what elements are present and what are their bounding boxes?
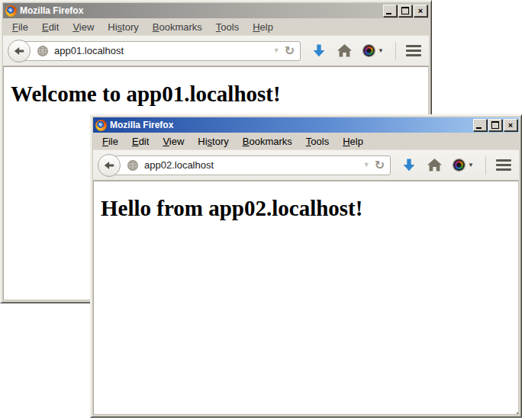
close-icon: × xyxy=(418,7,423,14)
menu-hamburger-button[interactable] xyxy=(406,45,421,56)
reload-icon[interactable]: ↻ xyxy=(285,45,295,57)
resize-grip[interactable] xyxy=(513,409,515,411)
url-bar[interactable]: ▼ ↻ xyxy=(114,155,391,175)
close-button[interactable]: × xyxy=(504,119,517,131)
menu-file[interactable]: File xyxy=(6,20,34,34)
url-input[interactable] xyxy=(144,159,360,171)
page-heading: Welcome to app01.localhost! xyxy=(11,82,428,107)
menu-bookmarks[interactable]: Bookmarks xyxy=(147,20,208,34)
url-input[interactable] xyxy=(54,45,270,56)
back-arrow-icon xyxy=(13,45,25,57)
toolbar-separator xyxy=(485,156,486,175)
firefox-icon xyxy=(5,5,17,17)
addon-lens-icon xyxy=(453,159,465,171)
menu-bar: File Edit View History Bookmarks Tools H… xyxy=(93,133,519,149)
home-icon xyxy=(337,44,352,57)
addon-button[interactable]: ▼ xyxy=(363,45,384,56)
addon-lens-icon xyxy=(363,45,375,56)
url-bar[interactable]: ▼ ↻ xyxy=(24,41,301,61)
home-icon xyxy=(427,159,442,172)
menu-history[interactable]: History xyxy=(101,20,144,34)
addon-caret-icon: ▼ xyxy=(468,162,474,168)
hamburger-icon xyxy=(406,45,421,47)
close-icon: × xyxy=(508,121,513,129)
urlbar-dropdown-icon[interactable]: ▼ xyxy=(363,162,370,168)
reload-icon[interactable]: ↻ xyxy=(375,159,385,172)
download-arrow-icon xyxy=(402,158,416,172)
hamburger-icon xyxy=(496,159,511,162)
download-button[interactable] xyxy=(402,158,416,172)
menu-edit[interactable]: Edit xyxy=(36,20,65,34)
back-arrow-icon xyxy=(103,159,115,172)
menu-bar: File Edit View History Bookmarks Tools H… xyxy=(3,18,429,35)
addon-caret-icon: ▼ xyxy=(378,47,384,54)
minimize-icon xyxy=(476,127,482,129)
globe-icon[interactable] xyxy=(127,159,139,172)
title-bar[interactable]: Mozilla Firefox × xyxy=(93,117,519,133)
back-button[interactable] xyxy=(8,40,31,63)
menu-edit[interactable]: Edit xyxy=(126,134,155,149)
menu-bookmarks[interactable]: Bookmarks xyxy=(237,134,298,149)
menu-history[interactable]: History xyxy=(192,134,234,149)
firefox-icon xyxy=(95,120,107,131)
title-bar[interactable]: Mozilla Firefox × xyxy=(3,3,429,18)
menu-view[interactable]: View xyxy=(66,20,100,34)
home-button[interactable] xyxy=(337,44,352,57)
menu-file[interactable]: File xyxy=(96,134,124,149)
maximize-icon xyxy=(401,7,409,14)
navigation-toolbar: ▼ ↻ ▼ xyxy=(3,35,429,66)
browser-window-app02[interactable]: Mozilla Firefox × File Edit View History… xyxy=(90,114,522,418)
maximize-button[interactable] xyxy=(488,119,502,131)
maximize-icon xyxy=(491,121,499,129)
menu-tools[interactable]: Tools xyxy=(300,134,335,149)
page-heading: Hello from app02.localhost! xyxy=(101,196,518,221)
home-button[interactable] xyxy=(427,159,442,172)
download-arrow-icon xyxy=(312,43,326,58)
toolbar-separator xyxy=(395,42,396,60)
menu-help[interactable]: Help xyxy=(246,20,279,34)
window-title: Mozilla Firefox xyxy=(110,120,173,130)
menu-help[interactable]: Help xyxy=(337,134,369,149)
window-controls: × xyxy=(383,5,427,17)
maximize-button[interactable] xyxy=(398,5,412,17)
menu-view[interactable]: View xyxy=(156,134,190,149)
window-title: Mozilla Firefox xyxy=(20,5,83,16)
download-button[interactable] xyxy=(312,43,326,58)
minimize-button[interactable] xyxy=(383,5,397,17)
page-content: Hello from app02.localhost! xyxy=(93,181,519,415)
urlbar-dropdown-icon[interactable]: ▼ xyxy=(273,47,280,54)
minimize-button[interactable] xyxy=(473,119,487,131)
close-button[interactable]: × xyxy=(414,5,427,17)
navigation-toolbar: ▼ ↻ ▼ xyxy=(93,149,519,181)
minimize-icon xyxy=(386,13,391,14)
addon-button[interactable]: ▼ xyxy=(453,159,474,171)
menu-hamburger-button[interactable] xyxy=(496,159,511,171)
globe-icon[interactable] xyxy=(37,45,49,57)
menu-tools[interactable]: Tools xyxy=(210,20,245,34)
window-controls: × xyxy=(473,119,517,131)
back-button[interactable] xyxy=(98,154,121,177)
